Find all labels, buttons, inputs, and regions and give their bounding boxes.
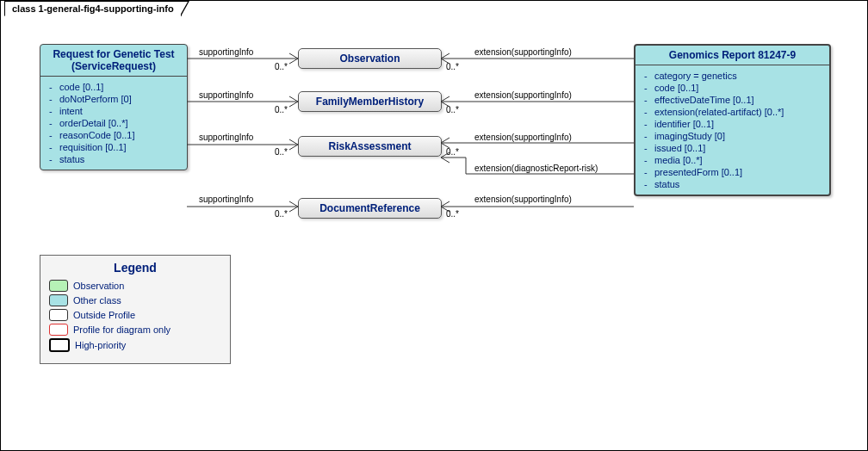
legend-title: Legend xyxy=(49,261,221,275)
legend-item: High-priority xyxy=(49,338,221,352)
attr-item: code [0..1] xyxy=(59,82,180,92)
class-service-request: Request for Genetic Test (ServiceRequest… xyxy=(40,44,188,170)
class-body-right: category = genetics code [0..1] effectiv… xyxy=(636,65,829,195)
attr-item: category = genetics xyxy=(654,71,822,81)
label-supportinginfo: supportingInfo xyxy=(199,195,253,204)
legend-label: Outside Profile xyxy=(73,310,135,320)
legend-label: Other class xyxy=(73,295,121,306)
legend-item: Profile for diagram only xyxy=(49,324,221,336)
multiplicity: 0..* xyxy=(446,105,459,114)
class-risk-assessment: RiskAssessment xyxy=(298,136,442,157)
label-supportinginfo: supportingInfo xyxy=(199,47,253,57)
attr-item: imagingStudy [0] xyxy=(654,131,822,141)
attr-item: intent xyxy=(59,106,180,116)
multiplicity: 0..* xyxy=(446,147,459,157)
legend-item: Outside Profile xyxy=(49,309,221,321)
multiplicity: 0..* xyxy=(446,62,459,71)
class-body-left: code [0..1] doNotPerform [0] intent orde… xyxy=(40,77,187,170)
attr-item: requisition [0..1] xyxy=(59,142,180,152)
legend-box: Legend Observation Other class Outside P… xyxy=(40,255,231,364)
tab-title: class 1-general-fig4-supporting-info xyxy=(4,1,182,16)
attr-item: issued [0..1] xyxy=(654,143,822,153)
class-genomics-report: Genomics Report 81247-9 category = genet… xyxy=(634,44,831,196)
legend-label: Profile for diagram only xyxy=(73,324,170,335)
diagram-container: class 1-general-fig4-supporting-info Req… xyxy=(0,0,868,451)
attr-item: orderDetail [0..*] xyxy=(59,118,180,128)
legend-label: High-priority xyxy=(75,340,126,350)
class-observation: Observation xyxy=(298,48,442,69)
class-title-right: Genomics Report 81247-9 xyxy=(636,46,829,65)
legend-item: Other class xyxy=(49,294,221,306)
multiplicity: 0..* xyxy=(446,209,459,219)
legend-swatch-other xyxy=(49,294,68,306)
legend-swatch-high-priority xyxy=(49,338,70,352)
attr-item: extension(related-artifact) [0..*] xyxy=(654,107,822,117)
class-document-reference: DocumentReference xyxy=(298,198,442,219)
diagram-inner: Request for Genetic Test (ServiceRequest… xyxy=(1,15,867,450)
legend-swatch-profile xyxy=(49,324,68,336)
multiplicity: 0..* xyxy=(275,147,288,157)
attr-item: identifier [0..1] xyxy=(654,119,822,129)
class-title-left: Request for Genetic Test (ServiceRequest… xyxy=(40,45,187,77)
label-ext-diag-risk: extension(diagnosticReport-risk) xyxy=(474,164,598,173)
label-ext-supporting: extension(supportingInfo) xyxy=(474,195,572,204)
multiplicity: 0..* xyxy=(275,209,288,219)
attr-item: code [0..1] xyxy=(654,83,822,93)
attr-item: status xyxy=(59,154,180,164)
attr-item: doNotPerform [0] xyxy=(59,94,180,104)
attr-item: status xyxy=(654,179,822,189)
attr-item: reasonCode [0..1] xyxy=(59,130,180,140)
attr-item: presentedForm [0..1] xyxy=(654,167,822,177)
label-supportinginfo: supportingInfo xyxy=(199,90,253,100)
class-family-member-history: FamilyMemberHistory xyxy=(298,91,442,112)
multiplicity: 0..* xyxy=(275,62,288,71)
label-ext-supporting: extension(supportingInfo) xyxy=(474,47,572,57)
label-supportinginfo: supportingInfo xyxy=(199,133,253,142)
attr-item: media [0..*] xyxy=(654,155,822,165)
attr-item: effectiveDateTime [0..1] xyxy=(654,95,822,105)
multiplicity: 0..* xyxy=(275,105,288,114)
label-ext-supporting: extension(supportingInfo) xyxy=(474,133,572,142)
legend-item: Observation xyxy=(49,280,221,292)
legend-label: Observation xyxy=(73,281,124,291)
legend-swatch-observation xyxy=(49,280,68,292)
legend-swatch-outside xyxy=(49,309,68,321)
label-ext-supporting: extension(supportingInfo) xyxy=(474,90,572,100)
